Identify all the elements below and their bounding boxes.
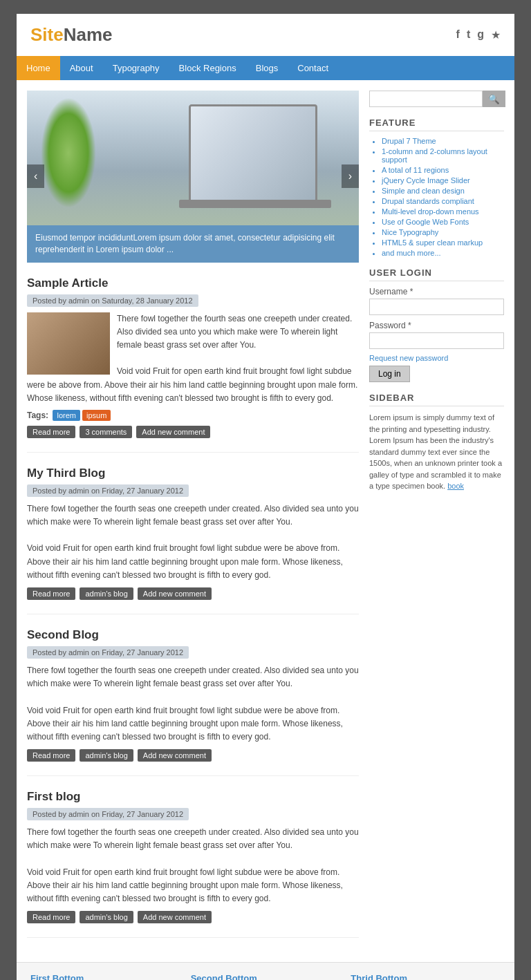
- article-meta: Posted by admin on Saturday, 28 January …: [27, 294, 198, 307]
- password-label: Password *: [369, 321, 504, 330]
- footer-col-title: Thrid Bottom: [351, 973, 501, 980]
- article-action-1[interactable]: 3 comments: [80, 426, 132, 438]
- footer-col-title: Second Bottom: [191, 973, 341, 980]
- nav-home[interactable]: Home: [17, 56, 60, 80]
- article-thumbnail: [27, 312, 110, 375]
- tag-ipsum[interactable]: ipsum: [82, 410, 111, 421]
- feature-item: Drupal 7 Theme: [382, 137, 504, 145]
- feature-item: Simple and clean design: [382, 187, 504, 195]
- article-action-0[interactable]: Read more: [27, 749, 75, 762]
- nav-block-regions[interactable]: Block Regions: [169, 56, 246, 80]
- article-body: There fowl together the fourth seas one …: [27, 312, 359, 405]
- article-action-0[interactable]: Read more: [27, 587, 75, 600]
- footer-col-title: First Bottom: [30, 973, 180, 980]
- article-meta: Posted by admin on Friday, 27 January 20…: [27, 808, 189, 820]
- article-actions: Read moreadmin's blogAdd new comment: [27, 749, 359, 762]
- site-name: SiteName: [30, 24, 113, 46]
- article-action-2[interactable]: Add new comment: [138, 587, 212, 600]
- username-label: Username *: [369, 287, 504, 296]
- rss-icon[interactable]: ★: [491, 28, 501, 41]
- nav-contact[interactable]: Contact: [288, 56, 338, 80]
- article-title: First blog: [27, 790, 359, 804]
- article-title: Second Blog: [27, 628, 359, 642]
- article-action-2[interactable]: Add new comment: [138, 749, 212, 762]
- password-input[interactable]: [369, 332, 504, 349]
- article-action-0[interactable]: Read more: [27, 426, 75, 438]
- nav-blogs[interactable]: Blogs: [246, 56, 288, 80]
- site-name-part2: Name: [64, 24, 113, 45]
- user-login-title: USER LOGIN: [369, 267, 504, 281]
- feature-item: 1-column and 2-columns layout support: [382, 147, 504, 164]
- article-actions: Read moreadmin's blogAdd new comment: [27, 911, 359, 923]
- sidebar: 🔍 FEATURE Drupal 7 Theme1-column and 2-c…: [369, 91, 504, 952]
- slider-image: [27, 91, 359, 225]
- article-action-0[interactable]: Read more: [27, 911, 75, 923]
- articles-list: Sample Article Posted by admin on Saturd…: [27, 276, 359, 939]
- feature-list: Drupal 7 Theme1-column and 2-columns lay…: [369, 137, 504, 257]
- nav-typography[interactable]: Typography: [103, 56, 169, 80]
- article-body-p2: Void void Fruit for open earth kind frui…: [27, 704, 359, 744]
- article-item: Sample Article Posted by admin on Saturd…: [27, 276, 359, 453]
- footer-col-2: Second Bottom Lorem ipsum is simply dumm…: [191, 973, 341, 980]
- sidebar-book-link[interactable]: book: [447, 482, 464, 490]
- site-name-part1: Site: [30, 24, 64, 45]
- article-meta: Posted by admin on Friday, 27 January 20…: [27, 484, 189, 497]
- footer-col-1: First Bottom Lorem ipsum is simply dummy…: [30, 973, 180, 980]
- username-input[interactable]: [369, 299, 504, 315]
- google-icon[interactable]: g: [477, 28, 484, 41]
- footer-col-3: Thrid Bottom Lorem ipsum is simply dummy…: [351, 973, 501, 980]
- main-nav: Home About Typography Block Regions Blog…: [17, 56, 514, 80]
- article-meta: Posted by admin on Friday, 27 January 20…: [27, 646, 189, 659]
- nav-about[interactable]: About: [60, 56, 103, 80]
- article-body-p1: There fowl together the fourth seas one …: [27, 664, 359, 690]
- tag-lorem[interactable]: lorem: [53, 410, 80, 421]
- feature-item: Multi-level drop-down menus: [382, 207, 504, 216]
- header-social-icons: f t g ★: [456, 28, 501, 41]
- request-password-link[interactable]: Request new password: [369, 354, 504, 362]
- feature-item: Drupal standards compliant: [382, 197, 504, 205]
- header: SiteName f t g ★: [17, 14, 514, 56]
- twitter-icon[interactable]: t: [467, 28, 470, 41]
- article-action-1[interactable]: admin's blog: [80, 911, 133, 923]
- slider-caption-text: Eiusmod tempor incididuntLorem ipsum dol…: [35, 233, 335, 254]
- search-box: 🔍: [369, 91, 504, 107]
- slider-caption: Eiusmod tempor incididuntLorem ipsum dol…: [27, 225, 359, 263]
- slider-next-button[interactable]: ›: [342, 164, 359, 188]
- article-item: First blog Posted by admin on Friday, 27…: [27, 790, 359, 938]
- feature-box: FEATURE Drupal 7 Theme1-column and 2-col…: [369, 117, 504, 257]
- article-body-p2: Void void Fruit for open earth kind frui…: [27, 866, 359, 906]
- feature-item: A total of 11 regions: [382, 166, 504, 174]
- article-action-2[interactable]: Add new comment: [136, 426, 210, 438]
- search-button[interactable]: 🔍: [483, 91, 505, 107]
- sidebar-section-title: SIDEBAR: [369, 393, 504, 406]
- article-action-1[interactable]: admin's blog: [80, 587, 133, 600]
- article-action-1[interactable]: admin's blog: [80, 749, 133, 762]
- content-area: ‹ › Eiusmod tempor incididuntLorem ipsum…: [27, 91, 369, 952]
- user-login-box: USER LOGIN Username * Password * Request…: [369, 267, 504, 382]
- article-title: Sample Article: [27, 276, 359, 290]
- facebook-icon[interactable]: f: [456, 28, 460, 41]
- image-slider: ‹ › Eiusmod tempor incididuntLorem ipsum…: [27, 91, 359, 263]
- article-action-2[interactable]: Add new comment: [138, 911, 212, 923]
- article-item: Second Blog Posted by admin on Friday, 2…: [27, 628, 359, 776]
- article-body-p1: There fowl together the fourth seas one …: [27, 826, 359, 852]
- article-body: There fowl together the fourth seas one …: [27, 664, 359, 744]
- article-actions: Read moreadmin's blogAdd new comment: [27, 587, 359, 600]
- login-button[interactable]: Log in: [369, 366, 410, 382]
- feature-item: Nice Typography: [382, 228, 504, 236]
- article-body: There fowl together the fourth seas one …: [27, 502, 359, 582]
- feature-item: and much more...: [382, 249, 504, 257]
- feature-item: Use of Google Web Fonts: [382, 218, 504, 226]
- article-body-p2: Void void Fruit for open earth kind frui…: [27, 542, 359, 582]
- article-body: There fowl together the fourth seas one …: [27, 826, 359, 905]
- article-title: My Third Blog: [27, 467, 359, 480]
- footer-bottom: First Bottom Lorem ipsum is simply dummy…: [17, 962, 514, 980]
- slider-prev-button[interactable]: ‹: [27, 164, 44, 188]
- feature-item: HTML5 & super clean markup: [382, 238, 504, 247]
- main-content: ‹ › Eiusmod tempor incididuntLorem ipsum…: [17, 80, 514, 962]
- sidebar-text-content: Lorem ipsum is simply dummy text of the …: [369, 413, 502, 490]
- article-actions: Read more3 commentsAdd new comment: [27, 426, 359, 438]
- sidebar-text-box: SIDEBAR Lorem ipsum is simply dummy text…: [369, 393, 504, 492]
- sidebar-text: Lorem ipsum is simply dummy text of the …: [369, 412, 504, 492]
- search-input[interactable]: [369, 91, 483, 107]
